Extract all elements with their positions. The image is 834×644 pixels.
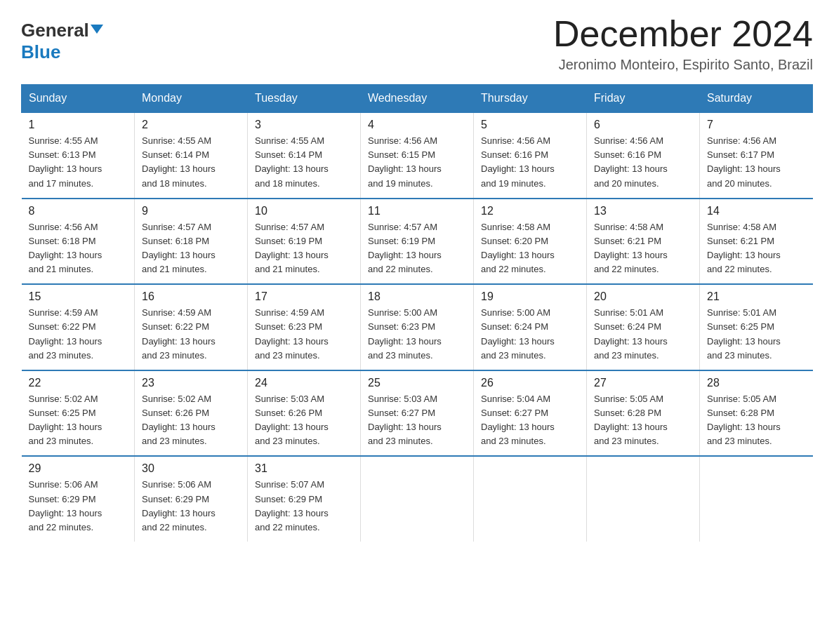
day-number: 27 (594, 377, 692, 389)
day-info: Sunrise: 4:59 AM Sunset: 6:22 PM Dayligh… (142, 306, 240, 363)
day-info: Sunrise: 5:00 AM Sunset: 6:23 PM Dayligh… (368, 306, 466, 363)
day-info: Sunrise: 4:55 AM Sunset: 6:14 PM Dayligh… (255, 134, 353, 191)
calendar-cell: 12 Sunrise: 4:58 AM Sunset: 6:20 PM Dayl… (474, 199, 587, 285)
calendar-cell: 17 Sunrise: 4:59 AM Sunset: 6:23 PM Dayl… (248, 284, 361, 370)
day-info: Sunrise: 5:03 AM Sunset: 6:27 PM Dayligh… (368, 392, 466, 449)
header-wednesday: Wednesday (361, 85, 474, 113)
calendar-week-row: 29 Sunrise: 5:06 AM Sunset: 6:29 PM Dayl… (22, 456, 813, 542)
day-info: Sunrise: 5:05 AM Sunset: 6:28 PM Dayligh… (707, 392, 806, 449)
day-info: Sunrise: 4:57 AM Sunset: 6:19 PM Dayligh… (255, 220, 353, 277)
calendar-week-row: 15 Sunrise: 4:59 AM Sunset: 6:22 PM Dayl… (22, 284, 813, 370)
day-number: 19 (481, 290, 579, 303)
day-number: 22 (29, 377, 128, 389)
day-number: 18 (368, 290, 466, 303)
calendar-cell: 30 Sunrise: 5:06 AM Sunset: 6:29 PM Dayl… (135, 456, 248, 542)
day-number: 9 (142, 205, 240, 217)
day-info: Sunrise: 5:04 AM Sunset: 6:27 PM Dayligh… (481, 392, 579, 449)
calendar-cell (587, 456, 700, 542)
day-info: Sunrise: 5:02 AM Sunset: 6:25 PM Dayligh… (29, 392, 128, 449)
day-info: Sunrise: 5:02 AM Sunset: 6:26 PM Dayligh… (142, 392, 240, 449)
day-number: 26 (481, 377, 579, 389)
calendar-cell (361, 456, 474, 542)
calendar-cell: 16 Sunrise: 4:59 AM Sunset: 6:22 PM Dayl… (135, 284, 248, 370)
calendar-cell: 8 Sunrise: 4:56 AM Sunset: 6:18 PM Dayli… (22, 199, 135, 285)
calendar-cell: 29 Sunrise: 5:06 AM Sunset: 6:29 PM Dayl… (22, 456, 135, 542)
calendar-cell: 1 Sunrise: 4:55 AM Sunset: 6:13 PM Dayli… (22, 112, 135, 199)
day-info: Sunrise: 4:58 AM Sunset: 6:21 PM Dayligh… (594, 220, 692, 277)
calendar-cell: 24 Sunrise: 5:03 AM Sunset: 6:26 PM Dayl… (248, 370, 361, 457)
calendar-header-row: SundayMondayTuesdayWednesdayThursdayFrid… (22, 85, 813, 113)
calendar-cell: 5 Sunrise: 4:56 AM Sunset: 6:16 PM Dayli… (474, 112, 587, 199)
calendar-cell: 26 Sunrise: 5:04 AM Sunset: 6:27 PM Dayl… (474, 370, 587, 457)
month-title: December 2024 (553, 14, 813, 54)
day-info: Sunrise: 5:01 AM Sunset: 6:24 PM Dayligh… (594, 306, 692, 363)
calendar-cell: 18 Sunrise: 5:00 AM Sunset: 6:23 PM Dayl… (361, 284, 474, 370)
logo-blue: Blue (21, 41, 60, 62)
day-info: Sunrise: 4:59 AM Sunset: 6:23 PM Dayligh… (255, 306, 353, 363)
day-info: Sunrise: 5:06 AM Sunset: 6:29 PM Dayligh… (29, 478, 128, 535)
calendar-cell (474, 456, 587, 542)
calendar-cell: 28 Sunrise: 5:05 AM Sunset: 6:28 PM Dayl… (700, 370, 813, 457)
title-area: December 2024 Jeronimo Monteiro, Espirit… (553, 14, 813, 73)
calendar-week-row: 1 Sunrise: 4:55 AM Sunset: 6:13 PM Dayli… (22, 112, 813, 199)
calendar-cell: 13 Sunrise: 4:58 AM Sunset: 6:21 PM Dayl… (587, 199, 700, 285)
calendar-cell: 19 Sunrise: 5:00 AM Sunset: 6:24 PM Dayl… (474, 284, 587, 370)
day-number: 31 (255, 462, 353, 475)
day-number: 2 (142, 119, 240, 131)
day-number: 25 (368, 377, 466, 389)
day-info: Sunrise: 4:56 AM Sunset: 6:16 PM Dayligh… (594, 134, 692, 191)
header-sunday: Sunday (22, 85, 135, 113)
header-monday: Monday (135, 85, 248, 113)
day-number: 20 (594, 290, 692, 303)
day-number: 7 (707, 119, 806, 131)
calendar-cell: 7 Sunrise: 4:56 AM Sunset: 6:17 PM Dayli… (700, 112, 813, 199)
calendar-cell: 27 Sunrise: 5:05 AM Sunset: 6:28 PM Dayl… (587, 370, 700, 457)
header-tuesday: Tuesday (248, 85, 361, 113)
day-info: Sunrise: 4:59 AM Sunset: 6:22 PM Dayligh… (29, 306, 128, 363)
day-info: Sunrise: 5:03 AM Sunset: 6:26 PM Dayligh… (255, 392, 353, 449)
calendar-cell: 20 Sunrise: 5:01 AM Sunset: 6:24 PM Dayl… (587, 284, 700, 370)
day-number: 6 (594, 119, 692, 131)
calendar-cell: 15 Sunrise: 4:59 AM Sunset: 6:22 PM Dayl… (22, 284, 135, 370)
header-thursday: Thursday (474, 85, 587, 113)
location-subtitle: Jeronimo Monteiro, Espirito Santo, Brazi… (553, 57, 813, 73)
calendar-cell: 2 Sunrise: 4:55 AM Sunset: 6:14 PM Dayli… (135, 112, 248, 199)
day-info: Sunrise: 5:06 AM Sunset: 6:29 PM Dayligh… (142, 478, 240, 535)
day-number: 5 (481, 119, 579, 131)
day-number: 23 (142, 377, 240, 389)
day-number: 14 (707, 205, 806, 217)
header-saturday: Saturday (700, 85, 813, 113)
day-info: Sunrise: 4:55 AM Sunset: 6:14 PM Dayligh… (142, 134, 240, 191)
day-info: Sunrise: 4:56 AM Sunset: 6:16 PM Dayligh… (481, 134, 579, 191)
calendar-cell: 6 Sunrise: 4:56 AM Sunset: 6:16 PM Dayli… (587, 112, 700, 199)
day-info: Sunrise: 5:01 AM Sunset: 6:25 PM Dayligh… (707, 306, 806, 363)
day-number: 11 (368, 205, 466, 217)
day-number: 13 (594, 205, 692, 217)
day-number: 10 (255, 205, 353, 217)
calendar-cell: 25 Sunrise: 5:03 AM Sunset: 6:27 PM Dayl… (361, 370, 474, 457)
calendar-week-row: 22 Sunrise: 5:02 AM Sunset: 6:25 PM Dayl… (22, 370, 813, 457)
day-info: Sunrise: 4:56 AM Sunset: 6:15 PM Dayligh… (368, 134, 466, 191)
logo: General Blue (21, 20, 103, 63)
day-info: Sunrise: 4:56 AM Sunset: 6:17 PM Dayligh… (707, 134, 806, 191)
day-number: 8 (29, 205, 128, 217)
logo-arrow-icon (91, 25, 103, 34)
day-info: Sunrise: 4:55 AM Sunset: 6:13 PM Dayligh… (29, 134, 128, 191)
calendar-cell: 11 Sunrise: 4:57 AM Sunset: 6:19 PM Dayl… (361, 199, 474, 285)
day-info: Sunrise: 5:07 AM Sunset: 6:29 PM Dayligh… (255, 478, 353, 535)
day-number: 21 (707, 290, 806, 303)
day-number: 15 (29, 290, 128, 303)
day-number: 12 (481, 205, 579, 217)
day-number: 29 (29, 462, 128, 475)
day-info: Sunrise: 5:05 AM Sunset: 6:28 PM Dayligh… (594, 392, 692, 449)
day-number: 16 (142, 290, 240, 303)
day-info: Sunrise: 4:57 AM Sunset: 6:19 PM Dayligh… (368, 220, 466, 277)
calendar-cell: 14 Sunrise: 4:58 AM Sunset: 6:21 PM Dayl… (700, 199, 813, 285)
day-number: 1 (29, 119, 128, 131)
logo-general: General (21, 20, 89, 41)
page-header: General Blue December 2024 Jeronimo Mont… (21, 14, 813, 73)
day-number: 3 (255, 119, 353, 131)
calendar-cell: 21 Sunrise: 5:01 AM Sunset: 6:25 PM Dayl… (700, 284, 813, 370)
calendar-cell: 9 Sunrise: 4:57 AM Sunset: 6:18 PM Dayli… (135, 199, 248, 285)
calendar-cell: 31 Sunrise: 5:07 AM Sunset: 6:29 PM Dayl… (248, 456, 361, 542)
